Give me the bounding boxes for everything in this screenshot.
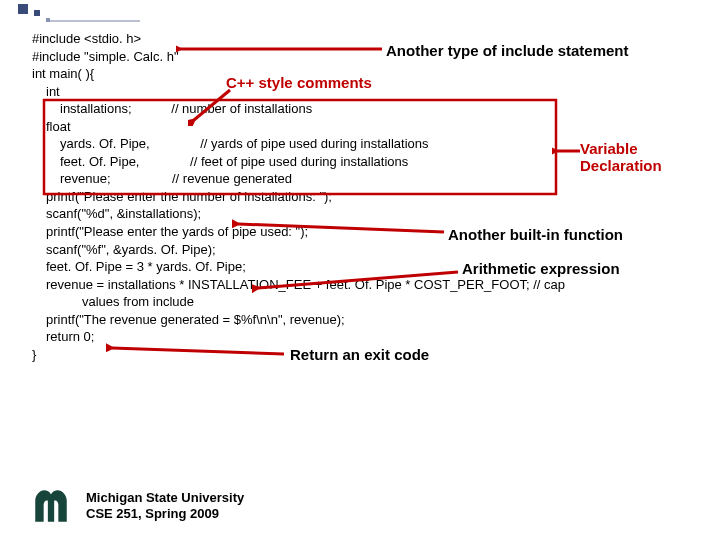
- code-line: return 0;: [32, 328, 692, 346]
- code-line: installations; // number of installation…: [32, 100, 692, 118]
- footer-line: Michigan State University: [86, 490, 244, 506]
- annotation-builtin-fn: Another built-in function: [448, 226, 623, 243]
- annotation-return-exit: Return an exit code: [290, 346, 429, 363]
- footer-text: Michigan State University CSE 251, Sprin…: [86, 490, 244, 523]
- code-line: values from include: [32, 293, 692, 311]
- footer-line: CSE 251, Spring 2009: [86, 506, 244, 522]
- code-line: float: [32, 118, 692, 136]
- annotation-cpp-comments: C++ style comments: [226, 74, 372, 91]
- annotation-arith-expr: Arithmetic expression: [462, 260, 620, 277]
- msu-logo-icon: [30, 484, 72, 526]
- code-line: revenue = installations * INSTALLATION_F…: [32, 276, 692, 294]
- code-line: printf("The revenue generated = $%f\n\n"…: [32, 311, 692, 329]
- annotation-another-include: Another type of include statement: [386, 42, 629, 59]
- code-line: scanf("%f", &yards. Of. Pipe);: [32, 241, 692, 259]
- slide: #include <stdio. h> #include "simple. Ca…: [0, 0, 720, 540]
- corner-decoration: [0, 0, 150, 30]
- code-line: scanf("%d", &installations);: [32, 205, 692, 223]
- annotation-variable-declaration: Variable Declaration: [580, 140, 662, 174]
- code-line: printf("Please enter the number of insta…: [32, 188, 692, 206]
